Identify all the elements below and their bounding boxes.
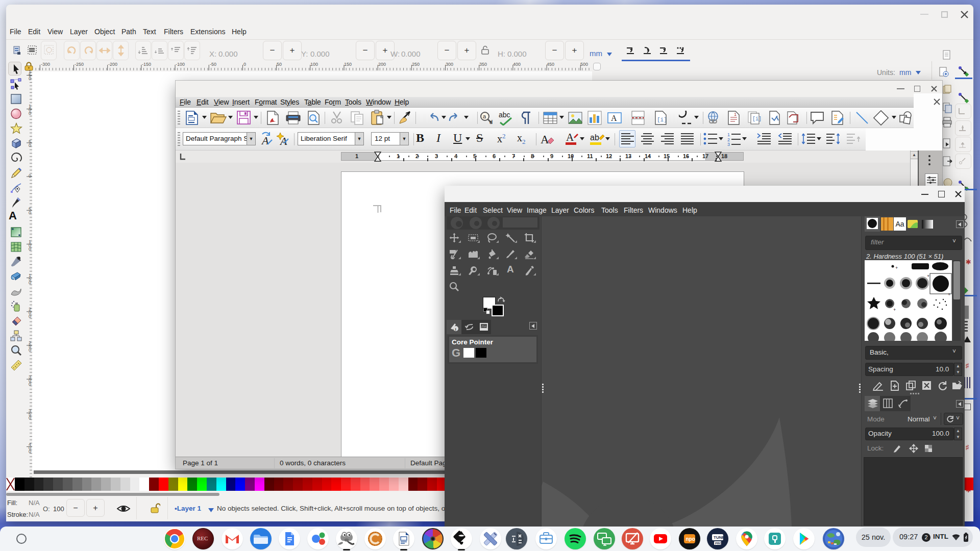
svg-text:ab: ab xyxy=(590,133,599,142)
svg-text:A: A xyxy=(541,133,549,146)
svg-text:A: A xyxy=(611,114,617,122)
svg-text:npo: npo xyxy=(686,536,695,542)
svg-text:1: 1 xyxy=(727,132,730,137)
svg-text:TUNE: TUNE xyxy=(714,535,725,540)
svg-text:A: A xyxy=(566,131,574,143)
svg-text:+: + xyxy=(948,292,950,297)
svg-text:[i]: [i] xyxy=(752,116,762,122)
svg-text:d: d xyxy=(489,119,493,125)
svg-text:1: 1 xyxy=(734,112,737,117)
svg-text:[i]: [i] xyxy=(657,117,667,123)
svg-text:a: a xyxy=(483,113,486,119)
svg-text:+: + xyxy=(893,307,896,312)
svg-text:3: 3 xyxy=(727,142,730,146)
svg-text:+: + xyxy=(895,265,898,270)
svg-text:PRO: PRO xyxy=(715,542,722,545)
svg-text:i: i xyxy=(455,327,456,332)
svg-text:+: + xyxy=(927,273,929,279)
svg-text:abc: abc xyxy=(499,111,510,119)
